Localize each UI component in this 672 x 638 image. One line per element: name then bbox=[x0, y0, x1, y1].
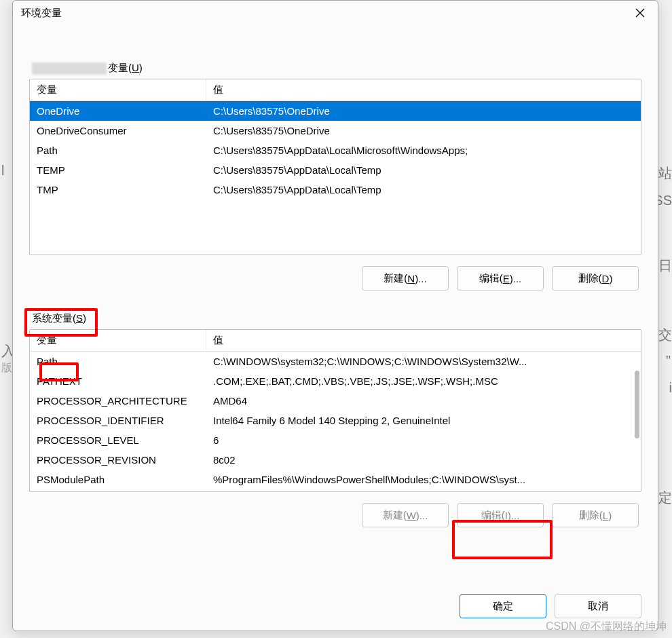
titlebar: 环境变量 bbox=[13, 1, 658, 25]
table-row[interactable]: PATHEXT.COM;.EXE;.BAT;.CMD;.VBS;.VBE;.JS… bbox=[30, 371, 641, 391]
cell-variable: PROCESSOR_ARCHITECTURE bbox=[30, 394, 206, 408]
cell-variable: TMP bbox=[30, 183, 206, 197]
cell-value: .COM;.EXE;.BAT;.CMD;.VBS;.VBE;.JS;.JSE;.… bbox=[206, 374, 641, 388]
user-edit-button[interactable]: 编辑(E)... bbox=[457, 266, 544, 290]
env-vars-dialog: 环境变量 变量(U) 变量 值 OneDriveC:\Users\83575\O… bbox=[12, 0, 658, 631]
cell-value: C:\Users\83575\OneDrive bbox=[206, 104, 641, 118]
col-variable[interactable]: 变量 bbox=[30, 330, 206, 351]
user-new-button[interactable]: 新建(N)... bbox=[362, 266, 449, 290]
cell-value: 6 bbox=[206, 433, 641, 447]
masked-username bbox=[32, 62, 107, 75]
scrollbar-thumb[interactable] bbox=[635, 371, 639, 438]
bg-text: 日 bbox=[658, 257, 672, 275]
user-vars-body: OneDriveC:\Users\83575\OneDriveOneDriveC… bbox=[30, 101, 641, 200]
user-delete-button[interactable]: 删除(D) bbox=[552, 266, 639, 290]
system-vars-table[interactable]: 变量 值 PathC:\WINDOWS\system32;C:\WINDOWS;… bbox=[29, 329, 641, 492]
cell-value: 8c02 bbox=[206, 453, 641, 467]
cell-variable: PROCESSOR_LEVEL bbox=[30, 433, 206, 447]
table-row[interactable]: PROCESSOR_LEVEL6 bbox=[30, 430, 641, 450]
table-row[interactable]: OneDriveConsumerC:\Users\83575\OneDrive bbox=[30, 121, 641, 140]
bg-text: l bbox=[1, 163, 4, 179]
system-delete-button[interactable]: 删除(L) bbox=[552, 503, 639, 527]
dialog-title: 环境变量 bbox=[21, 7, 62, 20]
system-edit-button[interactable]: 编辑(I)... bbox=[457, 503, 544, 527]
system-vars-label: 系统变量(S) bbox=[32, 312, 641, 325]
table-row[interactable]: PathC:\WINDOWS\system32;C:\WINDOWS;C:\WI… bbox=[30, 352, 641, 371]
system-buttons-row: 新建(W)... 编辑(I)... 删除(L) bbox=[29, 503, 639, 527]
cell-value: C:\WINDOWS\system32;C:\WINDOWS;C:\WINDOW… bbox=[206, 354, 641, 369]
user-vars-table[interactable]: 变量 值 OneDriveC:\Users\83575\OneDriveOneD… bbox=[29, 79, 641, 255]
cell-value: %ProgramFiles%\WindowsPowerShell\Modules… bbox=[206, 472, 641, 487]
cell-value: C:\Users\83575\AppData\Local\Temp bbox=[206, 163, 641, 177]
footer-buttons: 确定 取消 bbox=[460, 594, 641, 618]
table-row[interactable]: PROCESSOR_IDENTIFIERIntel64 Family 6 Mod… bbox=[30, 411, 641, 430]
col-value[interactable]: 值 bbox=[206, 330, 641, 351]
cell-value: C:\Users\83575\AppData\Local\Temp bbox=[206, 183, 641, 197]
table-row[interactable]: TEMPC:\WINDOWS\TEMP bbox=[30, 489, 641, 492]
table-row[interactable]: TMPC:\Users\83575\AppData\Local\Temp bbox=[30, 180, 641, 200]
table-header: 变量 值 bbox=[30, 330, 641, 352]
table-row[interactable]: PathC:\Users\83575\AppData\Local\Microso… bbox=[30, 140, 641, 160]
bg-text: i bbox=[669, 380, 672, 396]
cell-variable: Path bbox=[30, 354, 206, 369]
cell-variable: PATHEXT bbox=[30, 374, 206, 388]
cancel-button[interactable]: 取消 bbox=[555, 594, 641, 618]
cell-variable: PSModulePath bbox=[30, 472, 206, 487]
cell-value: C:\Users\83575\AppData\Local\Microsoft\W… bbox=[206, 143, 641, 157]
col-variable[interactable]: 变量 bbox=[30, 79, 206, 100]
cell-variable: PROCESSOR_REVISION bbox=[30, 453, 206, 467]
cell-variable: PROCESSOR_IDENTIFIER bbox=[30, 413, 206, 428]
bg-text: 站 bbox=[658, 164, 672, 183]
table-row[interactable]: OneDriveC:\Users\83575\OneDrive bbox=[30, 101, 641, 121]
system-new-button[interactable]: 新建(W)... bbox=[362, 503, 449, 527]
user-vars-label: 变量(U) bbox=[32, 62, 641, 75]
table-row[interactable]: PSModulePath%ProgramFiles%\WindowsPowerS… bbox=[30, 470, 641, 489]
table-row[interactable]: PROCESSOR_ARCHITECTUREAMD64 bbox=[30, 391, 641, 411]
cell-variable: TEMP bbox=[30, 163, 206, 177]
system-vars-body: PathC:\WINDOWS\system32;C:\WINDOWS;C:\WI… bbox=[30, 352, 641, 492]
dialog-content: 变量(U) 变量 值 OneDriveC:\Users\83575\OneDri… bbox=[13, 25, 658, 541]
bg-text: 定 bbox=[658, 489, 672, 507]
bg-text: 交 bbox=[658, 326, 672, 344]
close-icon bbox=[635, 8, 645, 18]
user-buttons-row: 新建(N)... 编辑(E)... 删除(D) bbox=[29, 266, 639, 290]
bg-text: " bbox=[666, 353, 671, 369]
table-header: 变量 值 bbox=[30, 79, 641, 101]
col-value[interactable]: 值 bbox=[206, 79, 641, 100]
table-row[interactable]: PROCESSOR_REVISION8c02 bbox=[30, 450, 641, 470]
cell-variable: Path bbox=[30, 143, 206, 157]
cell-value: C:\Users\83575\OneDrive bbox=[206, 124, 641, 138]
ok-button[interactable]: 确定 bbox=[460, 594, 546, 618]
table-row[interactable]: TEMPC:\Users\83575\AppData\Local\Temp bbox=[30, 160, 641, 180]
cell-value: Intel64 Family 6 Model 140 Stepping 2, G… bbox=[206, 413, 641, 428]
watermark: CSDN @不懂网络的坤坤 bbox=[546, 620, 667, 634]
cell-variable: OneDriveConsumer bbox=[30, 124, 206, 138]
close-button[interactable] bbox=[627, 3, 654, 23]
cell-value: AMD64 bbox=[206, 394, 641, 408]
cell-variable: OneDrive bbox=[30, 104, 206, 118]
